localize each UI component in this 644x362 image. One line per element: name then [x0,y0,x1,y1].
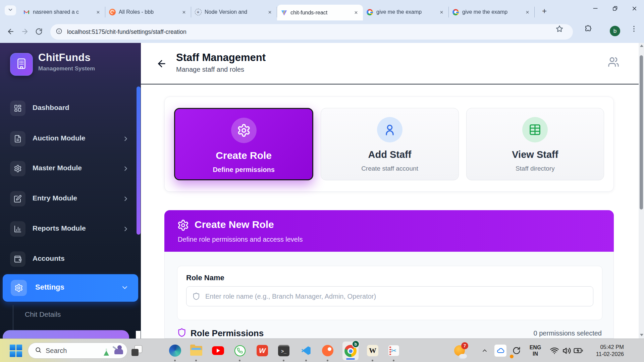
chevron-down-icon [121,284,129,293]
openai-icon [195,9,202,16]
submenu-indent-line [13,305,13,332]
clock-widget[interactable]: 05:42 PM 11-02-2026 [589,339,624,362]
sidebar-item-reports-module[interactable]: Reports Module [0,218,141,240]
sidebar-item-accounts[interactable]: Accounts [0,248,141,270]
brand-logo [10,53,33,76]
tab-close-icon[interactable] [524,8,531,16]
tab-search-button[interactable] [5,5,16,15]
notification-badge: 7 [461,342,468,349]
shield-icon [192,292,200,302]
bar-chart-icon [10,221,25,237]
page-subtitle: Manage staff and roles [176,66,244,73]
profile-avatar[interactable]: b [610,26,620,36]
page-title: Staff Management [176,52,266,64]
language-switcher[interactable]: ENG IN [527,339,544,362]
taskbar-edge-icon[interactable] [168,344,182,358]
users-icon[interactable] [608,56,619,69]
site-info-icon[interactable] [56,28,62,36]
tab-close-icon[interactable] [352,9,360,16]
sidebar-item-auction-module[interactable]: Auction Module [0,128,141,149]
page-header: Staff Management Manage staff and roles [141,43,639,84]
minimize-button[interactable] [586,0,605,17]
url-omnibox[interactable]: localhost:5175/chit-fund/settings/staff-… [50,24,573,40]
url-text: localhost:5175/chit-fund/settings/staff-… [67,28,186,36]
scroll-up-arrow[interactable] [640,45,643,47]
taskbar-search[interactable]: Search [28,343,127,359]
tab-title: give me the examp [462,9,524,15]
sync-status-icon[interactable] [511,339,523,362]
sidebar-item-settings-active[interactable]: Settings [3,274,138,302]
taskbar-chrome-active[interactable]: b [342,342,359,360]
role-name-input[interactable] [186,286,593,306]
running-indicator-dot [195,360,197,361]
tab-google-search-1[interactable]: give me the examp [363,7,449,17]
tab-close-icon[interactable] [94,8,102,16]
restore-button[interactable] [605,0,625,17]
battery-icon[interactable] [572,339,584,362]
extensions-puzzle-icon[interactable] [584,25,592,33]
weather-widget[interactable]: 7 [451,339,468,362]
onedrive-icon[interactable] [494,339,507,362]
tab-title: All Roles - bbb [119,9,180,15]
add-staff-card[interactable]: Add Staff Create staff account [321,108,459,180]
banner-title: Create New Role [195,219,274,230]
create-role-form: Role Name Role Permissions 0 permissions… [164,252,614,339]
new-tab-button[interactable] [539,6,549,16]
google-icon [452,9,459,16]
app-sidebar: ChitFunds Management System Dashboard Au… [0,43,141,339]
browser-menu-icon[interactable] [630,25,638,33]
taskbar-file-explorer-icon[interactable] [189,344,204,358]
windows-taskbar: Search W b W 7 [0,339,644,362]
task-view-button[interactable] [131,345,142,356]
sidebar-item-entry-module[interactable]: Entry Module [0,188,141,209]
taskbar-youtube-icon[interactable] [211,344,225,358]
taskbar-snipping-tool-icon[interactable] [386,344,401,358]
sidebar-item-dashboard[interactable]: Dashboard [0,98,141,119]
close-window-button[interactable] [625,0,644,17]
sidebar-scrollbar-end [136,331,141,339]
tab-close-icon[interactable] [266,8,273,16]
sidebar-subitem-chit-details[interactable]: Chit Details [25,310,61,318]
taskbar-wps-icon[interactable]: W [255,344,270,358]
back-button[interactable] [154,56,169,71]
taskbar-terminal-icon[interactable] [276,344,291,358]
hidden-icons-chevron[interactable] [480,339,490,362]
sidebar-scrollbar-thumb[interactable] [137,86,141,235]
browser-back-button[interactable] [4,25,17,38]
page-scrollbar-thumb[interactable] [640,55,643,209]
vite-icon [280,9,287,16]
tab-close-icon[interactable] [180,8,187,16]
chevron-right-icon [122,165,129,174]
taskbar-vscode-icon[interactable] [299,344,314,358]
edit-icon [10,191,25,206]
taskbar-postman-icon[interactable] [320,344,335,358]
site-favicon [109,9,116,16]
tab-chit-funds-react-active[interactable]: chit-funds-react [277,5,363,20]
browser-forward-button[interactable] [18,25,32,38]
start-button[interactable] [10,345,22,357]
brand-subtitle: Management System [38,65,95,72]
gmail-icon [23,9,30,16]
screen: nasreen shared a c All Roles - bbb Node … [0,0,644,362]
bookmark-star-icon[interactable] [555,25,564,33]
taskbar-whatsapp-icon[interactable] [232,344,247,358]
browser-address-bar: localhost:5175/chit-fund/settings/staff-… [0,20,644,43]
speaker-icon[interactable] [561,339,572,362]
search-highlight-illustration [103,345,124,357]
tab-google-search-2[interactable]: give me the examp [449,7,535,17]
role-permissions-header: Role Permissions 0 permissions selected [177,328,602,339]
wifi-icon[interactable] [549,339,560,362]
tab-node-version[interactable]: Node Version and [191,7,277,17]
sidebar-item-master-module[interactable]: Master Module [0,158,141,179]
view-staff-card[interactable]: View Staff Staff directory [466,108,604,180]
create-role-card[interactable]: Create Role Define permissions [174,108,313,180]
browser-reload-button[interactable] [32,25,46,38]
tab-gmail[interactable]: nasreen shared a c [19,7,105,17]
sidebar-subitem-active-pill[interactable] [3,330,129,339]
tab-all-roles[interactable]: All Roles - bbb [105,7,191,17]
tab-title: Node Version and [205,9,266,15]
taskbar-wps-writer-icon[interactable]: W [365,344,380,358]
time-text: 05:42 PM [600,344,624,351]
tab-close-icon[interactable] [438,8,445,16]
scroll-down-arrow[interactable] [640,334,643,336]
